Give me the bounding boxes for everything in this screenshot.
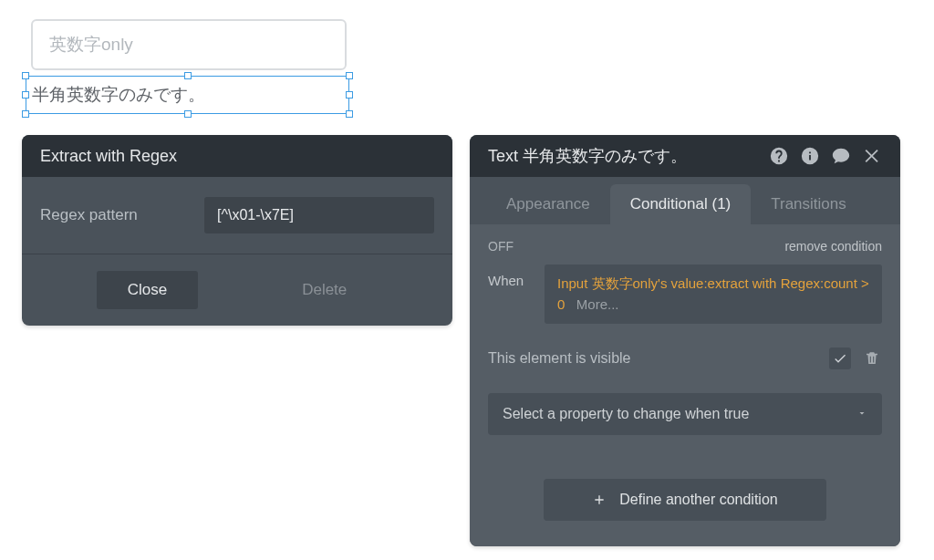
define-condition-label: Define another condition	[619, 492, 777, 508]
expression-more[interactable]: More...	[576, 296, 619, 312]
selection-handle[interactable]	[184, 72, 192, 79]
visible-checkbox[interactable]	[829, 347, 851, 369]
regex-input[interactable]	[204, 197, 434, 233]
tab-appearance[interactable]: Appearance	[486, 184, 610, 224]
help-icon[interactable]	[769, 146, 789, 166]
selection-handle[interactable]	[22, 91, 29, 99]
close-button[interactable]: Close	[97, 271, 198, 309]
canvas-text-input[interactable]: 英数字only	[31, 19, 347, 70]
info-icon[interactable]	[800, 146, 820, 166]
comment-icon[interactable]	[831, 146, 851, 166]
when-label: When	[488, 264, 532, 324]
selection-handle[interactable]	[346, 110, 353, 118]
visible-row: This element is visible	[488, 347, 882, 369]
select-property-dropdown[interactable]: Select a property to change when true	[488, 393, 882, 435]
selection-handle[interactable]	[346, 72, 353, 79]
panel-header: Text 半角英数字のみです。	[470, 135, 900, 177]
off-row: OFF remove condition	[488, 239, 882, 254]
select-property-label: Select a property to change when true	[503, 406, 749, 422]
panel-header: Extract with Regex	[22, 135, 452, 177]
delete-property-icon[interactable]	[862, 348, 882, 368]
tabs: Appearance Conditional (1) Transitions	[470, 177, 900, 224]
off-label: OFF	[488, 239, 514, 254]
when-row: When Input 英数字only's value:extract with …	[488, 264, 882, 324]
panel-title: Text 半角英数字のみです。	[488, 145, 687, 167]
conditional-tab-body: OFF remove condition When Input 英数字only'…	[470, 224, 900, 546]
when-expression-input[interactable]: Input 英数字only's value:extract with Regex…	[545, 264, 882, 324]
selection-handle[interactable]	[184, 110, 192, 118]
regex-field-row: Regex pattern	[22, 177, 452, 254]
selection-handle[interactable]	[22, 110, 29, 118]
tab-transitions[interactable]: Transitions	[751, 184, 867, 224]
regex-label: Regex pattern	[40, 206, 186, 224]
canvas-selected-text-element[interactable]: 半角英数字のみです。	[26, 76, 349, 114]
define-condition-button[interactable]: Define another condition	[544, 479, 826, 521]
tab-conditional[interactable]: Conditional (1)	[610, 184, 752, 224]
delete-button[interactable]: Delete	[271, 271, 378, 309]
chevron-down-icon	[856, 406, 867, 422]
selection-handle[interactable]	[346, 91, 353, 99]
canvas-input-placeholder: 英数字only	[49, 33, 133, 57]
panel-actions: Close Delete	[22, 254, 452, 326]
visible-label: This element is visible	[488, 350, 818, 367]
panel-title: Extract with Regex	[40, 147, 177, 166]
remove-condition-link[interactable]: remove condition	[784, 239, 882, 254]
canvas-text-value: 半角英数字のみです。	[32, 83, 205, 107]
close-icon[interactable]	[862, 146, 882, 166]
plus-icon	[592, 493, 607, 507]
element-editor-panel: Text 半角英数字のみです。 Appearance Conditional (…	[470, 135, 900, 546]
extract-regex-panel: Extract with Regex Regex pattern Close D…	[22, 135, 452, 326]
selection-handle[interactable]	[22, 72, 29, 79]
